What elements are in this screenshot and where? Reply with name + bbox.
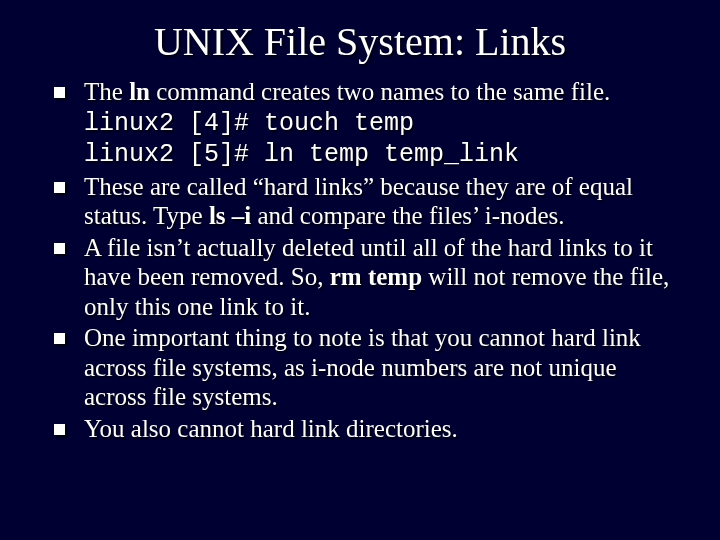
code-line: linux2 [5]# ln temp temp_link [84,140,519,169]
slide: UNIX File System: Links The ln command c… [0,0,720,540]
bullet-text: You also cannot hard link directories. [84,415,458,442]
bold-text: rm temp [330,263,422,290]
list-item: These are called “hard links” because th… [54,172,682,231]
bullet-text: command creates two names to the same fi… [150,78,610,105]
list-item: One important thing to note is that you … [54,323,682,412]
bullet-list: The ln command creates two names to the … [30,77,690,443]
bullet-text: One important thing to note is that you … [84,324,641,410]
bullet-text: The [84,78,129,105]
page-title: UNIX File System: Links [30,18,690,65]
code-line: linux2 [4]# touch temp [84,109,414,138]
bold-text: ln [129,78,150,105]
list-item: You also cannot hard link directories. [54,414,682,444]
bullet-text: and compare the files’ i-nodes. [251,202,564,229]
bold-text: ls –i [209,202,251,229]
list-item: The ln command creates two names to the … [54,77,682,170]
list-item: A file isn’t actually deleted until all … [54,233,682,322]
